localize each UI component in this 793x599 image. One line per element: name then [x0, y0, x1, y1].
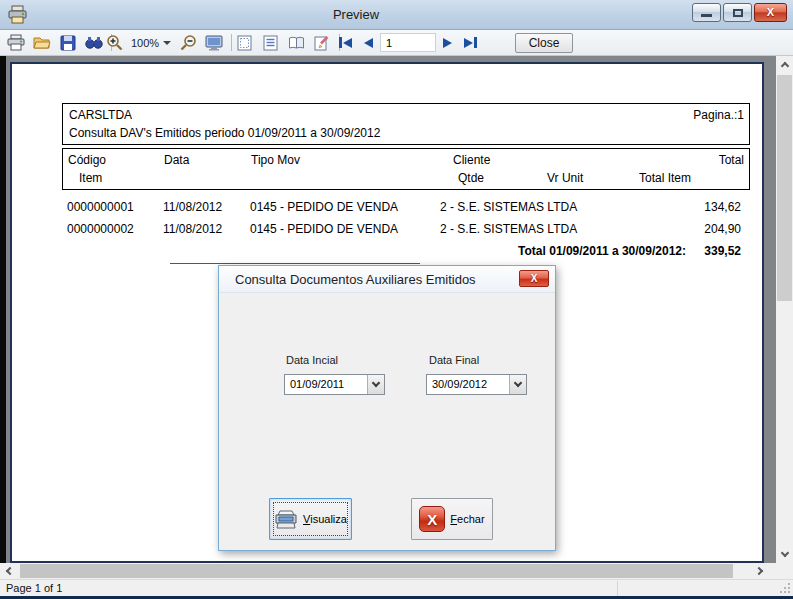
- col-qtde: Qtde: [458, 171, 484, 185]
- edit-icon: [314, 35, 330, 51]
- preview-window: Preview X: [0, 0, 793, 599]
- outline-button[interactable]: [258, 32, 282, 54]
- first-page-icon: [339, 37, 342, 48]
- report-header-box: CARSLTDA Pagina.:1 Consulta DAV's Emitid…: [62, 103, 750, 145]
- horizontal-scrollbar-thumb[interactable]: [20, 564, 733, 578]
- edit-page-button[interactable]: [310, 32, 334, 54]
- maximize-button[interactable]: [723, 3, 752, 22]
- save-icon: [60, 35, 76, 51]
- fechar-button[interactable]: X Fechar: [411, 498, 493, 540]
- open-folder-icon: [33, 35, 51, 50]
- monitor-icon: [205, 35, 223, 51]
- col-vr-unit: Vr Unit: [547, 171, 583, 185]
- horizontal-scrollbar[interactable]: [0, 563, 776, 579]
- print-preview-icon: [274, 509, 298, 530]
- left-frame-edge: [0, 56, 6, 563]
- first-page-icon-arrow: [343, 38, 352, 48]
- previous-page-icon: [364, 38, 373, 48]
- data-final-dropdown-button[interactable]: [509, 375, 526, 394]
- col-total-item: Total Item: [639, 171, 691, 185]
- find-binoculars-icon: [85, 36, 103, 50]
- printer-icon: [7, 34, 25, 51]
- data-inicial-value: 01/09/2011: [290, 378, 344, 390]
- row-total: 134,62: [704, 200, 741, 214]
- save-button[interactable]: [56, 32, 80, 54]
- zoom-tools-group: 100%: [102, 30, 235, 55]
- data-inicial-dropdown-button[interactable]: [367, 375, 384, 394]
- chevron-down-icon: [780, 549, 788, 557]
- data-inicial-label: Data Incial: [286, 354, 338, 366]
- fechar-label: Fechar: [450, 513, 484, 525]
- page-settings-button[interactable]: [232, 32, 256, 54]
- chevron-right-icon: [755, 567, 763, 575]
- full-screen-button[interactable]: [202, 32, 226, 54]
- toolbar: 100%: [0, 30, 793, 56]
- consulta-dialog: Consulta Documentos Auxiliares Emitidos …: [218, 265, 556, 551]
- scrollbar-corner: [776, 563, 793, 579]
- row-tipo-mov: 0145 - PEDIDO DE VENDA: [250, 222, 398, 236]
- report-company: CARSLTDA: [69, 108, 132, 122]
- zoom-out-button[interactable]: [176, 32, 200, 54]
- close-window-button[interactable]: X: [754, 3, 787, 22]
- report-total-label: Total 01/09/2011 a 30/09/2012:: [518, 244, 686, 258]
- status-bar: Page 1 of 1: [0, 579, 793, 596]
- data-inicial-combobox[interactable]: 01/09/2011: [284, 374, 385, 395]
- vertical-scrollbar-thumb[interactable]: [777, 75, 792, 301]
- zoom-level-value: 100%: [131, 37, 159, 49]
- print-button[interactable]: [4, 32, 28, 54]
- zoom-in-icon: [106, 34, 123, 51]
- last-page-button[interactable]: [459, 32, 482, 54]
- chevron-left-icon: [6, 567, 14, 575]
- chevron-down-icon: [372, 379, 380, 387]
- zoom-out-icon: [180, 34, 197, 51]
- zoom-in-button[interactable]: [102, 32, 126, 54]
- thumbnails-button[interactable]: [284, 32, 308, 54]
- col-tipo-mov: Tipo Mov: [251, 153, 300, 167]
- row-data: 11/08/2012: [163, 200, 222, 214]
- previous-page-button[interactable]: [359, 32, 378, 54]
- first-page-button[interactable]: [334, 32, 357, 54]
- chevron-up-icon: [780, 62, 788, 70]
- dialog-title-bar: Consulta Documentos Auxiliares Emitidos …: [219, 266, 555, 293]
- maximize-icon: [733, 9, 743, 17]
- row-total: 204,90: [704, 222, 741, 236]
- visualiza-button[interactable]: Visualiza: [269, 498, 352, 540]
- close-icon: X: [767, 7, 774, 18]
- open-button[interactable]: [30, 32, 54, 54]
- page-navigation-group: [334, 30, 482, 55]
- scroll-left-button[interactable]: [0, 563, 17, 579]
- book-icon: [288, 36, 305, 50]
- next-page-icon: [443, 38, 452, 48]
- page-number-input[interactable]: [380, 33, 436, 52]
- preview-area: CARSLTDA Pagina.:1 Consulta DAV's Emitid…: [0, 56, 776, 563]
- scroll-down-button[interactable]: [776, 546, 793, 563]
- minimize-button[interactable]: [692, 3, 721, 22]
- col-cliente: Cliente: [453, 153, 490, 167]
- col-codigo: Código: [68, 153, 106, 167]
- page-info-text: Page 1 of 1: [6, 582, 62, 594]
- scroll-right-button[interactable]: [752, 563, 769, 579]
- dialog-close-button[interactable]: X: [519, 270, 549, 287]
- dropdown-arrow-icon: [163, 41, 171, 45]
- status-bar-divider: [617, 581, 618, 596]
- next-page-button[interactable]: [438, 32, 457, 54]
- title-bar: Preview X: [0, 0, 793, 30]
- page-settings-icon: [237, 35, 252, 51]
- scroll-up-button[interactable]: [776, 56, 793, 73]
- report-total-value: 339,52: [704, 244, 741, 258]
- report-page-label: Pagina.:1: [693, 108, 744, 122]
- window-controls: X: [692, 3, 787, 22]
- resize-grip-icon[interactable]: [779, 582, 791, 594]
- dialog-title: Consulta Documentos Auxiliares Emitidos: [235, 272, 476, 287]
- close-preview-button[interactable]: Close: [515, 33, 573, 53]
- outline-icon: [263, 35, 278, 51]
- last-page-icon-arrow: [464, 38, 473, 48]
- zoom-level-dropdown[interactable]: 100%: [128, 33, 174, 53]
- row-cliente: 2 - S.E. SISTEMAS LTDA: [440, 222, 577, 236]
- chevron-down-icon: [514, 379, 522, 387]
- data-final-combobox[interactable]: 30/09/2012: [426, 374, 527, 395]
- vertical-scrollbar[interactable]: [776, 56, 793, 563]
- report-column-header-box: Código Data Tipo Mov Cliente Total Item …: [62, 148, 750, 190]
- col-item: Item: [79, 171, 102, 185]
- col-total: Total: [719, 153, 744, 167]
